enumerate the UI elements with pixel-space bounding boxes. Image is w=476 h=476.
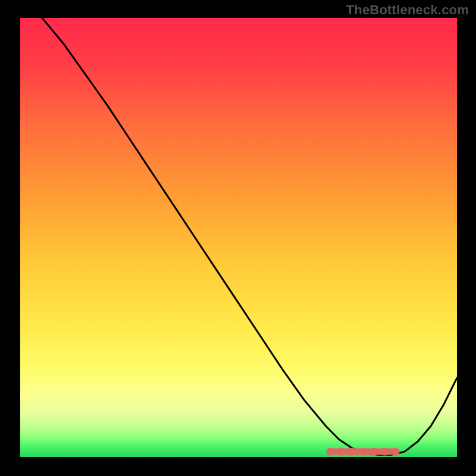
plot-svg <box>20 18 457 457</box>
svg-point-5 <box>370 448 378 456</box>
plot-area <box>20 18 457 457</box>
svg-point-3 <box>348 448 356 456</box>
watermark-text: TheBottleneck.com <box>346 2 469 18</box>
frame-bottom <box>0 457 476 476</box>
frame-left <box>0 0 20 476</box>
svg-point-7 <box>392 448 400 456</box>
gradient-rect <box>20 18 457 457</box>
svg-point-1 <box>327 448 334 456</box>
svg-point-2 <box>337 448 345 456</box>
chart-stage: TheBottleneck.com <box>0 0 476 476</box>
svg-point-6 <box>381 448 389 456</box>
optimal-range-markers <box>327 448 400 456</box>
svg-point-4 <box>359 448 367 456</box>
frame-right <box>457 0 476 476</box>
